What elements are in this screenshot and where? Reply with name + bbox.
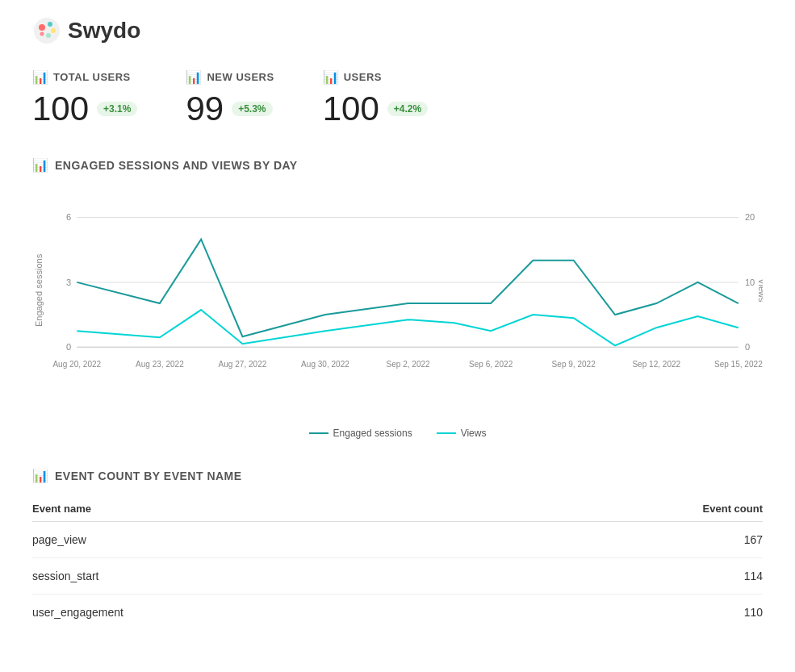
svg-text:0: 0: [745, 342, 750, 352]
event-count-1: 114: [744, 570, 763, 582]
col-header-event-name: Event name: [32, 503, 91, 515]
svg-text:Sep 9, 2022: Sep 9, 2022: [552, 360, 596, 369]
svg-text:10: 10: [745, 278, 755, 287]
metric-value-row-users: 100 +4.2%: [323, 90, 428, 128]
event-name-2: user_engagement: [32, 606, 123, 619]
metric-title-new-users: NEW USERS: [207, 71, 274, 83]
legend-line-views: [437, 432, 456, 434]
metric-card-total-users: 📊 TOTAL USERS 100 +3.1%: [32, 69, 137, 128]
metric-value-users: 100: [323, 90, 379, 128]
svg-point-5: [40, 32, 44, 36]
legend-item-engaged-sessions: Engaged sessions: [309, 428, 412, 439]
table-row: user_engagement 110: [32, 595, 763, 630]
svg-text:Aug 27, 2022: Aug 27, 2022: [219, 360, 267, 369]
col-header-event-count: Event count: [703, 503, 763, 515]
event-count-0: 167: [744, 533, 763, 546]
event-table-title-row: 📊 EVENT COUNT BY EVENT NAME: [32, 468, 763, 483]
metric-badge-users: +4.2%: [387, 102, 428, 116]
chart-container: 6 3 0 20 10 0 Engaged sessions Views Aug…: [32, 186, 763, 411]
event-name-1: session_start: [32, 570, 98, 582]
event-table-section: 📊 EVENT COUNT BY EVENT NAME Event name E…: [32, 468, 763, 630]
svg-text:Engaged sessions: Engaged sessions: [34, 253, 44, 327]
metric-title-row-total-users: 📊 TOTAL USERS: [32, 69, 137, 85]
table-header: Event name Event count: [32, 496, 763, 522]
svg-text:Sep 15, 2022: Sep 15, 2022: [714, 360, 763, 369]
logo-icon: [32, 16, 61, 45]
metric-title-users: USERS: [344, 71, 382, 83]
svg-text:20: 20: [745, 212, 755, 222]
table-row: session_start 114: [32, 558, 763, 595]
svg-point-4: [46, 33, 51, 38]
svg-point-1: [39, 24, 45, 31]
chart-svg: 6 3 0 20 10 0 Engaged sessions Views Aug…: [32, 186, 763, 411]
chart-legend: Engaged sessions Views: [32, 428, 763, 439]
svg-text:6: 6: [66, 212, 71, 222]
event-count-2: 110: [744, 606, 763, 619]
metric-title-total-users: TOTAL USERS: [53, 71, 131, 83]
bar-chart-icon-new-users: 📊: [186, 69, 202, 85]
logo-area: Swydo: [32, 16, 763, 45]
svg-text:Aug 20, 2022: Aug 20, 2022: [52, 360, 101, 369]
svg-text:Aug 30, 2022: Aug 30, 2022: [301, 360, 349, 369]
metric-badge-new-users: +5.3%: [232, 102, 272, 116]
legend-label-engaged: Engaged sessions: [333, 428, 412, 439]
metric-value-total-users: 100: [32, 90, 89, 128]
svg-text:Sep 2, 2022: Sep 2, 2022: [386, 360, 430, 369]
event-table-bar-icon: 📊: [32, 468, 48, 483]
event-table-title: EVENT COUNT BY EVENT NAME: [55, 470, 242, 482]
legend-line-engaged: [309, 432, 328, 434]
bar-chart-icon-users: 📊: [323, 69, 339, 85]
metric-card-users: 📊 USERS 100 +4.2%: [323, 69, 428, 128]
svg-point-0: [34, 18, 60, 44]
svg-text:Sep 12, 2022: Sep 12, 2022: [632, 360, 680, 369]
metric-value-row-new-users: 99 +5.3%: [186, 90, 274, 128]
metrics-row: 📊 TOTAL USERS 100 +3.1% 📊 NEW USERS 99 +…: [32, 69, 763, 128]
metric-title-row-new-users: 📊 NEW USERS: [186, 69, 274, 85]
svg-point-3: [51, 28, 56, 33]
event-name-0: page_view: [32, 533, 86, 546]
svg-text:Sep 6, 2022: Sep 6, 2022: [469, 360, 513, 369]
svg-point-2: [48, 22, 52, 27]
metric-badge-total-users: +3.1%: [97, 102, 137, 116]
metric-value-row-total-users: 100 +3.1%: [32, 90, 137, 128]
table-row: page_view 167: [32, 522, 763, 558]
svg-text:0: 0: [66, 342, 71, 352]
bar-chart-icon-total-users: 📊: [32, 69, 48, 85]
chart-bar-icon: 📊: [32, 157, 48, 173]
logo-text: Swydo: [68, 18, 140, 44]
svg-text:Views: Views: [757, 278, 763, 303]
legend-label-views: Views: [461, 428, 487, 439]
svg-text:3: 3: [66, 278, 71, 287]
chart-section: 📊 ENGAGED SESSIONS AND VIEWS BY DAY 6 3 …: [32, 157, 763, 439]
chart-title-row: 📊 ENGAGED SESSIONS AND VIEWS BY DAY: [32, 157, 763, 173]
metric-card-new-users: 📊 NEW USERS 99 +5.3%: [186, 69, 274, 128]
metric-title-row-users: 📊 USERS: [323, 69, 428, 85]
chart-title: ENGAGED SESSIONS AND VIEWS BY DAY: [55, 159, 298, 172]
svg-text:Aug 23, 2022: Aug 23, 2022: [136, 360, 184, 369]
legend-item-views: Views: [437, 428, 487, 439]
metric-value-new-users: 99: [186, 90, 224, 128]
